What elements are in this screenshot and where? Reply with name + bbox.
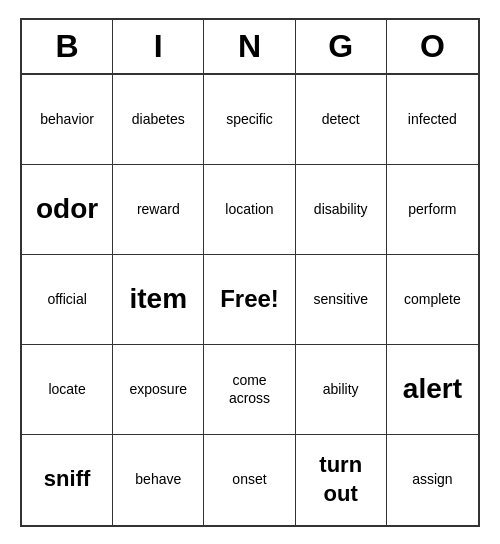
- bingo-cell-3-3: ability: [296, 345, 387, 435]
- bingo-cell-1-3: disability: [296, 165, 387, 255]
- bingo-cell-3-2: come across: [204, 345, 295, 435]
- bingo-cell-1-1: reward: [113, 165, 204, 255]
- bingo-header: BINGO: [22, 20, 478, 75]
- bingo-cell-0-4: infected: [387, 75, 478, 165]
- bingo-cell-3-4: alert: [387, 345, 478, 435]
- bingo-header-letter: G: [296, 20, 387, 73]
- bingo-header-letter: B: [22, 20, 113, 73]
- bingo-cell-2-2: Free!: [204, 255, 295, 345]
- bingo-cell-4-2: onset: [204, 435, 295, 525]
- bingo-cell-4-4: assign: [387, 435, 478, 525]
- bingo-cell-3-0: locate: [22, 345, 113, 435]
- bingo-cell-4-3: turn out: [296, 435, 387, 525]
- bingo-cell-1-4: perform: [387, 165, 478, 255]
- bingo-cell-0-1: diabetes: [113, 75, 204, 165]
- bingo-header-letter: N: [204, 20, 295, 73]
- bingo-cell-0-3: detect: [296, 75, 387, 165]
- bingo-card: BINGO behaviordiabetesspecificdetectinfe…: [20, 18, 480, 527]
- bingo-cell-4-0: sniff: [22, 435, 113, 525]
- bingo-cell-2-4: complete: [387, 255, 478, 345]
- bingo-cell-4-1: behave: [113, 435, 204, 525]
- bingo-cell-1-2: location: [204, 165, 295, 255]
- bingo-header-letter: I: [113, 20, 204, 73]
- bingo-grid: behaviordiabetesspecificdetectinfectedod…: [22, 75, 478, 525]
- bingo-cell-1-0: odor: [22, 165, 113, 255]
- bingo-cell-0-0: behavior: [22, 75, 113, 165]
- bingo-cell-2-0: official: [22, 255, 113, 345]
- bingo-header-letter: O: [387, 20, 478, 73]
- bingo-cell-2-3: sensitive: [296, 255, 387, 345]
- bingo-cell-0-2: specific: [204, 75, 295, 165]
- bingo-cell-2-1: item: [113, 255, 204, 345]
- bingo-cell-3-1: exposure: [113, 345, 204, 435]
